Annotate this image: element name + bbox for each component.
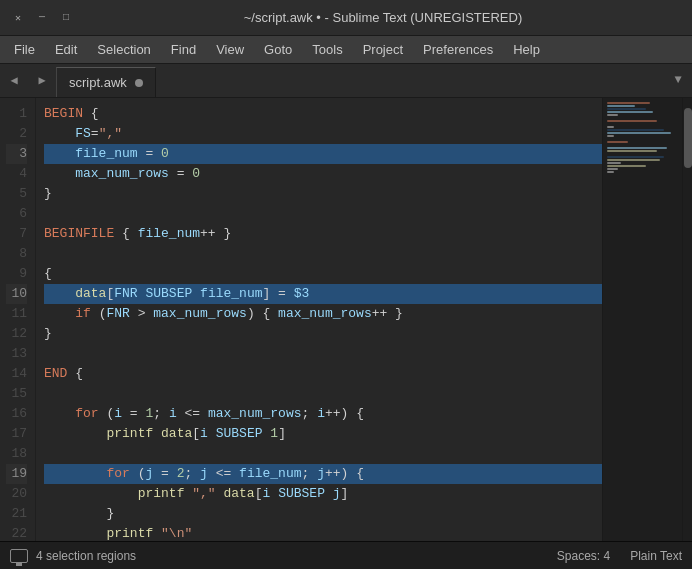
line-number: 8 — [6, 244, 27, 264]
encoding-label[interactable]: Plain Text — [630, 549, 682, 563]
tab-nav-left[interactable]: ◀ — [0, 63, 28, 97]
code-area[interactable]: BEGIN { FS="," file_num = 0 max_num_rows… — [36, 98, 602, 541]
code-line[interactable]: data[FNR SUBSEP file_num] = $3 — [44, 284, 602, 304]
line-number: 3 — [6, 144, 27, 164]
status-bar: 4 selection regions Spaces: 4 Plain Text — [0, 541, 692, 569]
menu-item-help[interactable]: Help — [503, 39, 550, 60]
code-line[interactable]: { — [44, 264, 602, 284]
line-numbers: 1234567891011121314151617181920212223242… — [0, 98, 36, 541]
code-line[interactable]: max_num_rows = 0 — [44, 164, 602, 184]
status-right: Spaces: 4 Plain Text — [557, 549, 682, 563]
code-line[interactable]: printf "\n" — [44, 524, 602, 541]
code-line[interactable]: } — [44, 324, 602, 344]
line-number: 13 — [6, 344, 27, 364]
code-line[interactable]: if (FNR > max_num_rows) { max_num_rows++… — [44, 304, 602, 324]
line-number: 12 — [6, 324, 27, 344]
menu-item-selection[interactable]: Selection — [87, 39, 160, 60]
code-line[interactable]: file_num = 0 — [44, 144, 602, 164]
line-number: 9 — [6, 264, 27, 284]
code-line[interactable]: BEGINFILE { file_num++ } — [44, 224, 602, 244]
code-line[interactable] — [44, 344, 602, 364]
code-line[interactable]: for (i = 1; i <= max_num_rows; i++) { — [44, 404, 602, 424]
line-number: 7 — [6, 224, 27, 244]
menu-item-goto[interactable]: Goto — [254, 39, 302, 60]
menu-item-tools[interactable]: Tools — [302, 39, 352, 60]
status-left: 4 selection regions — [10, 549, 553, 563]
code-line[interactable] — [44, 384, 602, 404]
line-number: 11 — [6, 304, 27, 324]
menu-item-edit[interactable]: Edit — [45, 39, 87, 60]
code-line[interactable] — [44, 204, 602, 224]
selection-regions-text: 4 selection regions — [36, 549, 136, 563]
title-bar: ✕ ─ □ ~/script.awk • - Sublime Text (UNR… — [0, 0, 692, 36]
line-number: 10 — [6, 284, 27, 304]
tab-nav-right[interactable]: ▶ — [28, 63, 56, 97]
code-line[interactable]: } — [44, 504, 602, 524]
tab-dropdown-button[interactable]: ▼ — [664, 63, 692, 97]
line-number: 1 — [6, 104, 27, 124]
line-number: 20 — [6, 484, 27, 504]
line-number: 18 — [6, 444, 27, 464]
line-number: 4 — [6, 164, 27, 184]
window-title: ~/script.awk • - Sublime Text (UNREGISTE… — [84, 10, 682, 25]
spaces-label[interactable]: Spaces: 4 — [557, 549, 610, 563]
line-number: 6 — [6, 204, 27, 224]
active-tab[interactable]: script.awk — [56, 67, 156, 97]
code-line[interactable]: printf data[i SUBSEP 1] — [44, 424, 602, 444]
line-number: 15 — [6, 384, 27, 404]
code-line[interactable] — [44, 444, 602, 464]
menu-item-project[interactable]: Project — [353, 39, 413, 60]
maximize-button[interactable]: □ — [58, 10, 74, 26]
code-line[interactable]: BEGIN { — [44, 104, 602, 124]
window-controls[interactable]: ✕ ─ □ — [10, 10, 74, 26]
code-line[interactable]: for (j = 2; j <= file_num; j++) { — [44, 464, 602, 484]
monitor-icon — [10, 549, 28, 563]
menu-item-preferences[interactable]: Preferences — [413, 39, 503, 60]
tab-modified-indicator — [135, 79, 143, 87]
minimize-button[interactable]: ─ — [34, 10, 50, 26]
line-number: 21 — [6, 504, 27, 524]
tab-bar: ◀ ▶ script.awk ▼ — [0, 64, 692, 98]
menu-bar: FileEditSelectionFindViewGotoToolsProjec… — [0, 36, 692, 64]
code-line[interactable] — [44, 244, 602, 264]
menu-item-find[interactable]: Find — [161, 39, 206, 60]
line-number: 17 — [6, 424, 27, 444]
scrollbar[interactable] — [682, 98, 692, 541]
line-number: 2 — [6, 124, 27, 144]
code-line[interactable]: END { — [44, 364, 602, 384]
minimap[interactable] — [602, 98, 682, 541]
minimap-content — [603, 98, 682, 181]
code-line[interactable]: printf "," data[i SUBSEP j] — [44, 484, 602, 504]
menu-item-view[interactable]: View — [206, 39, 254, 60]
scrollbar-thumb[interactable] — [684, 108, 692, 168]
line-number: 16 — [6, 404, 27, 424]
close-button[interactable]: ✕ — [10, 10, 26, 26]
menu-item-file[interactable]: File — [4, 39, 45, 60]
line-number: 22 — [6, 524, 27, 541]
tab-label: script.awk — [69, 75, 127, 90]
editor: 1234567891011121314151617181920212223242… — [0, 98, 692, 541]
line-number: 5 — [6, 184, 27, 204]
line-number: 14 — [6, 364, 27, 384]
code-line[interactable]: FS="," — [44, 124, 602, 144]
line-number: 19 — [6, 464, 27, 484]
code-line[interactable]: } — [44, 184, 602, 204]
